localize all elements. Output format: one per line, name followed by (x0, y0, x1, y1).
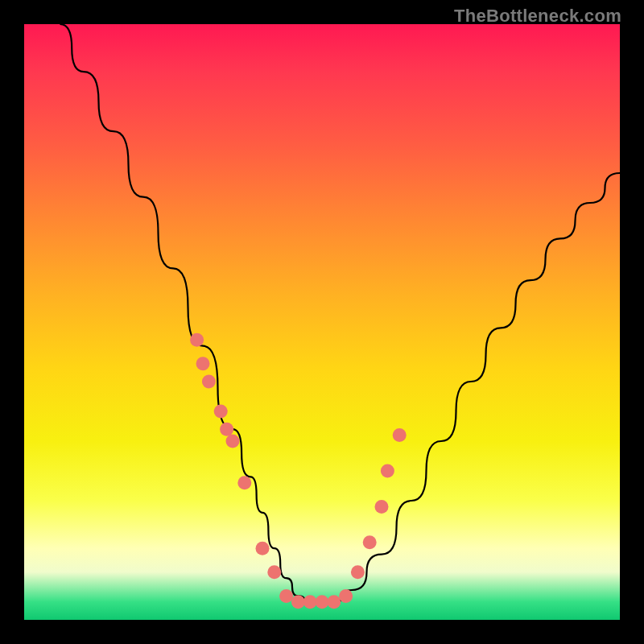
data-point (393, 428, 407, 442)
data-point (291, 595, 305, 609)
data-point (339, 589, 353, 603)
data-point (202, 375, 216, 389)
data-point (256, 542, 270, 555)
scatter-points (190, 333, 407, 609)
data-point (196, 357, 210, 370)
data-point (267, 565, 281, 579)
chart-container: TheBottleneck.com (0, 0, 644, 644)
data-point (220, 423, 233, 436)
data-point (363, 535, 377, 549)
data-point (316, 595, 329, 609)
chart-overlay (24, 24, 620, 620)
data-point (303, 595, 317, 609)
data-point (237, 476, 251, 489)
data-point (351, 565, 365, 579)
data-point (375, 500, 389, 514)
data-point (279, 589, 293, 603)
data-point (226, 435, 240, 448)
data-point (327, 595, 341, 609)
plot-area (24, 24, 620, 620)
data-point (214, 405, 228, 419)
data-point (190, 333, 204, 347)
bottleneck-curve-line (60, 24, 620, 602)
data-point (381, 464, 394, 478)
